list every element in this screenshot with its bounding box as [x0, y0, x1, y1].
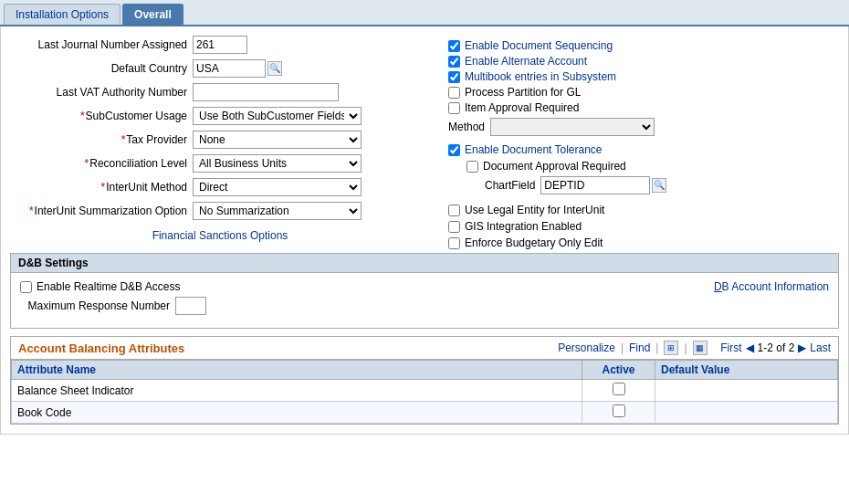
default-country-input[interactable]: [193, 59, 266, 78]
reconciliation-label: Reconciliation Level: [10, 157, 193, 170]
vat-label: Last VAT Authority Number: [10, 86, 193, 99]
country-lookup-icon[interactable]: 🔍: [267, 61, 282, 76]
process-partition-label: Process Partition for GL: [465, 86, 581, 99]
dnb-right: DB Account Information: [714, 280, 829, 293]
col-attribute-name: Attribute Name: [12, 361, 582, 380]
interunit-method-select[interactable]: Direct: [193, 178, 362, 196]
dnb-section: D&B Settings Enable Realtime D&B Access …: [10, 253, 839, 329]
table-row: Book Code: [12, 402, 838, 424]
vat-input[interactable]: [193, 83, 339, 101]
chartfield-lookup-icon[interactable]: 🔍: [652, 178, 666, 193]
method-select[interactable]: [490, 118, 655, 136]
account-header-controls: Personalize | Find | ⊞ | ▦ First ◀ 1-2 o…: [558, 341, 831, 355]
active-checkbox[interactable]: [613, 404, 625, 417]
tab-installation-options[interactable]: Installation Options: [4, 4, 121, 25]
tax-provider-label: Tax Provider: [10, 133, 193, 146]
pipe-1: |: [621, 341, 624, 354]
max-response-input[interactable]: [175, 297, 206, 315]
multibook-checkbox[interactable]: [448, 71, 460, 83]
active-checkbox[interactable]: [613, 383, 625, 395]
main-content: Last Journal Number Assigned Default Cou…: [0, 26, 849, 435]
journal-number-input[interactable]: [193, 36, 247, 54]
subcustomer-label: SubCustomer Usage: [10, 110, 193, 122]
default-country-label: Default Country: [10, 62, 193, 75]
calendar-icon[interactable]: ▦: [693, 341, 708, 355]
interunit-summarization-select[interactable]: No Summarization: [193, 202, 362, 220]
max-response-label: Maximum Response Number: [20, 299, 175, 312]
find-link[interactable]: Find: [629, 341, 650, 354]
tab-bar: Installation Options Overall: [0, 0, 849, 26]
default-value-cell: [655, 402, 838, 424]
enable-doc-seq-label: Enable Document Sequencing: [465, 39, 613, 52]
journal-number-label: Last Journal Number Assigned: [10, 38, 193, 51]
attribute-name-cell: Book Code: [12, 402, 582, 424]
gis-integration-row: GIS Integration Enabled: [448, 220, 839, 233]
enforce-budgetary-row: Enforce Budgetary Only Edit: [448, 236, 839, 249]
gis-integration-checkbox[interactable]: [448, 221, 460, 233]
enable-tolerance-checkbox[interactable]: [448, 144, 460, 156]
process-partition-checkbox[interactable]: [448, 87, 460, 99]
tolerance-section: Enable Document Tolerance Document Appro…: [448, 143, 839, 249]
tolerance-indent: Document Approval Required ChartField 🔍: [466, 160, 839, 194]
reconciliation-row: Reconciliation Level All Business Units: [10, 154, 430, 173]
account-balancing-header: Account Balancing Attributes Personalize…: [11, 337, 838, 360]
doc-approval-checkbox[interactable]: [466, 161, 478, 173]
first-link[interactable]: First: [720, 341, 741, 354]
personalize-link[interactable]: Personalize: [558, 341, 615, 354]
item-approval-checkbox[interactable]: [448, 102, 460, 114]
reconciliation-select[interactable]: All Business Units: [193, 154, 362, 173]
doc-approval-row: Document Approval Required: [466, 160, 839, 173]
vat-row: Last VAT Authority Number: [10, 83, 430, 101]
interunit-checkboxes: Use Legal Entity for InterUnit GIS Integ…: [448, 204, 839, 249]
enforce-budgetary-label: Enforce Budgetary Only Edit: [465, 236, 603, 249]
enable-alt-acct-row: Enable Alternate Account: [448, 55, 839, 68]
method-label: Method: [448, 121, 485, 133]
dnb-section-header: D&B Settings: [11, 254, 838, 273]
last-link[interactable]: Last: [810, 341, 831, 354]
interunit-method-row: InterUnit Method Direct: [10, 178, 430, 196]
chartfield-label: ChartField: [485, 179, 535, 192]
account-balancing-section: Account Balancing Attributes Personalize…: [10, 336, 839, 425]
enable-doc-seq-checkbox[interactable]: [448, 40, 460, 52]
first-label: [711, 341, 718, 354]
pipe-3: |: [684, 341, 687, 354]
active-cell: [582, 402, 655, 424]
db-account-link[interactable]: DB Account Information: [714, 280, 829, 293]
next-icon[interactable]: ▶: [798, 341, 806, 354]
legal-entity-checkbox[interactable]: [448, 205, 460, 216]
interunit-summarization-row: InterUnit Summarization Option No Summar…: [10, 202, 430, 220]
journal-number-row: Last Journal Number Assigned: [10, 36, 430, 54]
enable-dnb-row: Enable Realtime D&B Access: [20, 280, 206, 293]
legal-entity-label: Use Legal Entity for InterUnit: [465, 204, 604, 216]
interunit-summarization-label: InterUnit Summarization Option: [10, 205, 193, 217]
enable-alt-acct-checkbox[interactable]: [448, 56, 460, 68]
active-cell: [582, 380, 655, 402]
subcustomer-row: SubCustomer Usage Use Both SubCustomer F…: [10, 107, 430, 125]
chartfield-input[interactable]: [540, 176, 650, 194]
enable-dnb-checkbox[interactable]: [20, 281, 32, 293]
legal-entity-row: Use Legal Entity for InterUnit: [448, 204, 839, 216]
view-grid-icon[interactable]: ⊞: [664, 341, 678, 355]
item-approval-label: Item Approval Required: [465, 101, 579, 114]
dnb-left: Enable Realtime D&B Access Maximum Respo…: [20, 280, 206, 320]
subcustomer-select[interactable]: Use Both SubCustomer Fields: [193, 107, 362, 125]
default-value-cell: [655, 380, 838, 402]
form-left: Last Journal Number Assigned Default Cou…: [10, 36, 430, 253]
multibook-row: Multibook entries in Subsystem: [448, 70, 839, 83]
col-active: Active: [582, 361, 655, 380]
interunit-method-label: InterUnit Method: [10, 181, 193, 194]
tab-overall[interactable]: Overall: [122, 4, 183, 25]
default-country-row: Default Country 🔍: [10, 59, 430, 78]
enforce-budgetary-checkbox[interactable]: [448, 237, 460, 249]
tax-provider-select[interactable]: None: [193, 131, 362, 149]
dnb-section-body: Enable Realtime D&B Access Maximum Respo…: [11, 273, 838, 328]
financial-sanctions-link[interactable]: Financial Sanctions Options: [10, 229, 430, 242]
enable-doc-seq-row: Enable Document Sequencing: [448, 39, 839, 52]
method-row: Method: [448, 118, 839, 136]
gis-integration-label: GIS Integration Enabled: [465, 220, 582, 233]
right-checkboxes: Enable Document Sequencing Enable Altern…: [448, 36, 839, 136]
attribute-table: Attribute Name Active Default Value Bala…: [11, 360, 838, 424]
prev-icon[interactable]: ◀: [746, 341, 754, 354]
attribute-name-cell: Balance Sheet Indicator: [12, 380, 582, 402]
col-default-value: Default Value: [655, 361, 838, 380]
